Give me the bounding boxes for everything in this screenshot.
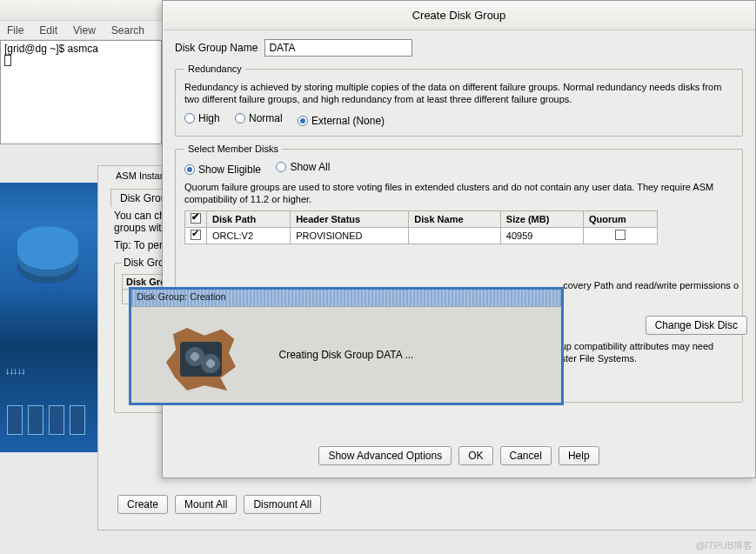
redundancy-fieldset: Redundancy Redundancy is achieved by sto… [175,63,743,137]
header-checkbox[interactable] [191,213,201,224]
radio-normal[interactable]: Normal [235,112,283,124]
change-discovery-button[interactable]: Change Disk Disc [646,316,747,335]
terminal-cmd: asmca [68,43,98,55]
dg-name-input[interactable] [264,39,412,57]
radio-show-eligible[interactable]: Show Eligible [184,164,261,176]
cell-size: 40959 [500,228,583,244]
col-size: Size (MB) [500,211,583,228]
quorum-checkbox[interactable] [615,230,626,240]
perm-note: covery Path and read/write permissions o [563,279,739,291]
cell-path: ORCL:V2 [207,228,291,244]
member-legend: Select Member Disks [184,144,282,154]
hint2: groups with [114,222,167,234]
col-header: Header Status [291,211,409,228]
disk-groups-legend: Disk Gro [122,257,166,269]
tip: Tip: To perf [114,239,167,251]
menu-file[interactable]: File [7,24,23,37]
progress-dialog: Disk Group: Creation Creating Disk Group… [129,287,564,405]
cell-name [409,228,500,244]
radio-show-all[interactable]: Show All [276,161,330,173]
menu-search[interactable]: Search [111,24,144,37]
watermark: @ITPUB博客 [695,539,753,552]
col-path: Disk Path [207,211,291,228]
terminal-prompt: [grid@dg ~]$ [4,43,68,55]
sidebar-graphic: ↓ ↓ ↓ ↓ ↓ [0,183,97,452]
cell-header: PROVISIONED [291,228,409,244]
progress-title: Disk Group: Creation [131,290,561,307]
terminal-cursor [4,55,11,66]
col-name: Disk Name [409,211,500,228]
terminal[interactable]: [grid@dg ~]$ asmca [0,40,162,144]
radio-high[interactable]: High [184,112,220,124]
hint1: You can ch [114,210,167,222]
create-button[interactable]: Create [117,495,168,514]
menu-edit[interactable]: Edit [39,24,57,37]
help-button[interactable]: Help [559,446,599,465]
gears-icon [166,328,236,390]
quorum-note: Quorum failure groups are used to store … [184,181,733,205]
radio-external[interactable]: External (None) [298,115,385,127]
create-disk-group-dialog: Create Disk Group Disk Group Name Redund… [162,0,756,478]
redundancy-legend: Redundancy [184,63,245,74]
col-quorum: Quorum [584,211,658,228]
dg-name-label: Disk Group Name [175,42,258,54]
show-advanced-button[interactable]: Show Advanced Options [318,446,452,465]
ok-button[interactable]: OK [458,446,492,465]
redundancy-desc: Redundancy is achieved by storing multip… [184,81,733,105]
table-row[interactable]: ORCL:V2 PROVISIONED 40959 [185,228,658,244]
mount-all-button[interactable]: Mount All [175,495,237,514]
dialog-title: Create Disk Group [163,1,755,30]
row-checkbox[interactable] [191,230,201,240]
progress-message: Creating Disk Group DATA ... [279,349,414,361]
dismount-all-button[interactable]: Dismount All [244,495,321,514]
disks-table: Disk Path Header Status Disk Name Size (… [184,210,658,244]
cancel-button[interactable]: Cancel [500,446,552,465]
menu-view[interactable]: View [73,24,96,37]
